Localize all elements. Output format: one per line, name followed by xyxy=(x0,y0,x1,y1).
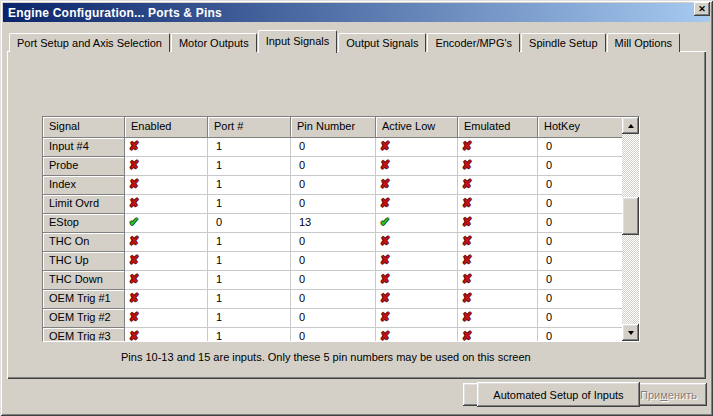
scroll-up-button[interactable] xyxy=(622,117,639,134)
red-cross-icon: ✘ xyxy=(129,177,139,192)
tab-spindle-setup[interactable]: Spindle Setup xyxy=(521,33,606,52)
pin-number-value[interactable]: 0 xyxy=(291,252,376,271)
red-cross-icon: ✘ xyxy=(129,196,139,211)
enabled-cell[interactable]: ✘ xyxy=(125,252,208,271)
red-cross-icon: ✘ xyxy=(129,272,139,287)
emulated-cell[interactable]: ✘ xyxy=(458,214,538,233)
pin-number-value[interactable]: 0 xyxy=(291,233,376,252)
column-header: Emulated xyxy=(458,117,538,138)
vertical-scrollbar[interactable] xyxy=(622,117,639,341)
active-low-cell[interactable]: ✘ xyxy=(376,328,458,342)
signal-label: Input #4 xyxy=(43,138,125,157)
port-value[interactable]: 1 xyxy=(208,290,291,309)
engine-configuration-dialog: Engine Configuration... Ports & Pins ✕ P… xyxy=(0,0,713,416)
tab-port-setup-and-axis-selection[interactable]: Port Setup and Axis Selection xyxy=(9,33,170,52)
hotkey-value[interactable]: 0 xyxy=(538,271,624,290)
emulated-cell[interactable]: ✘ xyxy=(458,290,538,309)
emulated-cell[interactable]: ✘ xyxy=(458,157,538,176)
port-value[interactable]: 1 xyxy=(208,233,291,252)
active-low-cell[interactable]: ✘ xyxy=(376,290,458,309)
pin-number-value[interactable]: 0 xyxy=(291,309,376,328)
active-low-cell[interactable]: ✘ xyxy=(376,233,458,252)
emulated-cell[interactable]: ✘ xyxy=(458,328,538,342)
hotkey-value[interactable]: 0 xyxy=(538,252,624,271)
scroll-down-button[interactable] xyxy=(622,324,639,341)
emulated-cell[interactable]: ✘ xyxy=(458,176,538,195)
red-cross-icon: ✘ xyxy=(129,310,139,325)
pin-number-value[interactable]: 0 xyxy=(291,176,376,195)
port-value[interactable]: 1 xyxy=(208,157,291,176)
active-low-cell[interactable]: ✘ xyxy=(376,309,458,328)
pin-number-value[interactable]: 0 xyxy=(291,271,376,290)
enabled-cell[interactable]: ✘ xyxy=(125,309,208,328)
red-cross-icon: ✘ xyxy=(380,310,390,325)
active-low-cell[interactable]: ✘ xyxy=(376,157,458,176)
hotkey-value[interactable]: 0 xyxy=(538,138,624,157)
hotkey-value[interactable]: 0 xyxy=(538,176,624,195)
active-low-cell[interactable]: ✘ xyxy=(376,252,458,271)
red-cross-icon: ✘ xyxy=(129,234,139,249)
red-cross-icon: ✘ xyxy=(380,234,390,249)
enabled-cell[interactable]: ✘ xyxy=(125,328,208,342)
enabled-cell[interactable]: ✘ xyxy=(125,138,208,157)
active-low-cell[interactable]: ✘ xyxy=(376,138,458,157)
tab-mill-options[interactable]: Mill Options xyxy=(607,33,680,52)
red-cross-icon: ✘ xyxy=(462,177,472,192)
emulated-cell[interactable]: ✘ xyxy=(458,309,538,328)
apply-button[interactable]: Применить xyxy=(630,383,707,406)
pin-number-value[interactable]: 0 xyxy=(291,138,376,157)
green-check-icon: ✔ xyxy=(380,215,390,230)
emulated-cell[interactable]: ✘ xyxy=(458,138,538,157)
close-button[interactable]: ✕ xyxy=(694,2,710,16)
table-row: Limit Ovrd✘10✘✘0 xyxy=(43,195,624,214)
emulated-cell[interactable]: ✘ xyxy=(458,233,538,252)
title-bar: Engine Configuration... Ports & Pins xyxy=(3,3,710,22)
enabled-cell[interactable]: ✘ xyxy=(125,233,208,252)
hotkey-value[interactable]: 0 xyxy=(538,195,624,214)
emulated-cell[interactable]: ✘ xyxy=(458,252,538,271)
signals-table: SignalEnabledPort #Pin NumberActive LowE… xyxy=(43,117,624,342)
scrollbar-thumb[interactable] xyxy=(622,197,639,235)
table-row: OEM Trig #2✘10✘✘0 xyxy=(43,309,624,328)
pin-number-value[interactable]: 13 xyxy=(291,214,376,233)
enabled-cell[interactable]: ✘ xyxy=(125,271,208,290)
pin-number-value[interactable]: 0 xyxy=(291,290,376,309)
column-header: Enabled xyxy=(125,117,208,138)
active-low-cell[interactable]: ✘ xyxy=(376,195,458,214)
enabled-cell[interactable]: ✘ xyxy=(125,157,208,176)
active-low-cell[interactable]: ✔ xyxy=(376,214,458,233)
tab-encoder-mpg-s[interactable]: Encoder/MPG's xyxy=(427,33,520,52)
tab-input-signals[interactable]: Input Signals xyxy=(258,30,338,53)
active-low-cell[interactable]: ✘ xyxy=(376,176,458,195)
tab-output-signals[interactable]: Output Signals xyxy=(338,33,426,52)
pin-number-value[interactable]: 0 xyxy=(291,328,376,342)
hotkey-value[interactable]: 0 xyxy=(538,214,624,233)
pin-number-value[interactable]: 0 xyxy=(291,195,376,214)
red-cross-icon: ✘ xyxy=(129,253,139,268)
port-value[interactable]: 1 xyxy=(208,252,291,271)
enabled-cell[interactable]: ✔ xyxy=(125,214,208,233)
hotkey-value[interactable]: 0 xyxy=(538,309,624,328)
port-value[interactable]: 1 xyxy=(208,309,291,328)
active-low-cell[interactable]: ✘ xyxy=(376,271,458,290)
pin-number-value[interactable]: 0 xyxy=(291,157,376,176)
red-cross-icon: ✘ xyxy=(380,253,390,268)
port-value[interactable]: 1 xyxy=(208,195,291,214)
emulated-cell[interactable]: ✘ xyxy=(458,195,538,214)
enabled-cell[interactable]: ✘ xyxy=(125,195,208,214)
automated-setup-button[interactable]: Automated Setup of Inputs xyxy=(477,382,640,407)
port-value[interactable]: 1 xyxy=(208,138,291,157)
port-value[interactable]: 1 xyxy=(208,176,291,195)
port-value[interactable]: 1 xyxy=(208,328,291,342)
emulated-cell[interactable]: ✘ xyxy=(458,271,538,290)
enabled-cell[interactable]: ✘ xyxy=(125,290,208,309)
port-value[interactable]: 0 xyxy=(208,214,291,233)
port-value[interactable]: 1 xyxy=(208,271,291,290)
hotkey-value[interactable]: 0 xyxy=(538,290,624,309)
enabled-cell[interactable]: ✘ xyxy=(125,176,208,195)
hotkey-value[interactable]: 0 xyxy=(538,157,624,176)
hotkey-value[interactable]: 0 xyxy=(538,328,624,342)
hotkey-value[interactable]: 0 xyxy=(538,233,624,252)
tab-motor-outputs[interactable]: Motor Outputs xyxy=(171,33,257,52)
table-row: THC On✘10✘✘0 xyxy=(43,233,624,252)
